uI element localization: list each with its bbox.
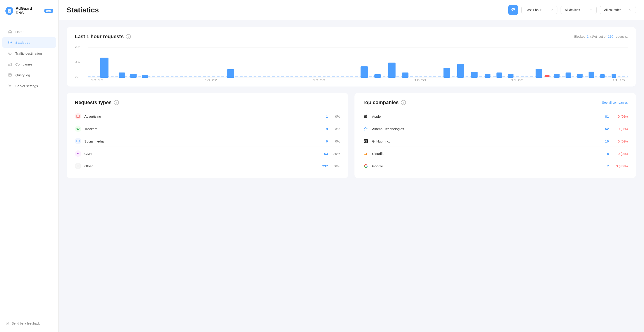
bar xyxy=(130,74,137,78)
bar xyxy=(402,73,408,78)
bar xyxy=(100,58,108,78)
refresh-button[interactable] xyxy=(508,5,518,15)
cloudflare-count: 8 xyxy=(600,152,609,156)
sidebar-item-companies[interactable]: Companies xyxy=(2,59,56,69)
sidebar-item-home[interactable]: Home xyxy=(2,27,56,37)
google-logo xyxy=(362,163,369,169)
advertising-pct: 0% xyxy=(331,114,340,118)
time-filter-value: Last 1 hour xyxy=(526,8,542,12)
bar-blocked xyxy=(545,75,549,77)
svg-point-26 xyxy=(78,153,79,154)
bar xyxy=(118,73,125,78)
svg-point-23 xyxy=(77,128,78,129)
chart-header: Last 1 hour requests ? Blocked 3 (1%) ou… xyxy=(75,34,628,40)
akamai-count: 52 xyxy=(600,127,609,131)
bar xyxy=(577,74,583,78)
google-blocked: 3 (43%) xyxy=(612,164,628,168)
home-icon xyxy=(8,29,12,34)
akamai-name: Akamai Technologies xyxy=(372,127,597,131)
svg-text:10:27: 10:27 xyxy=(204,79,217,81)
github-blocked: 0 (0%) xyxy=(612,139,628,143)
sidebar-item-traffic[interactable]: Traffic destination xyxy=(2,48,56,59)
cloudflare-name: Cloudflare xyxy=(372,152,597,156)
sidebar-item-settings-label: Server settings xyxy=(15,84,38,88)
request-types-title: Requests types ? xyxy=(75,100,340,105)
bar xyxy=(554,74,560,78)
traffic-icon xyxy=(8,51,12,56)
svg-rect-5 xyxy=(8,74,12,76)
cloudflare-logo xyxy=(362,150,369,157)
trackers-pct: 3% xyxy=(331,127,340,131)
svg-text:10:51: 10:51 xyxy=(414,79,427,81)
bar xyxy=(388,63,396,78)
device-filter-value: All devices xyxy=(565,8,580,12)
github-name: GitHub, Inc. xyxy=(372,139,597,143)
request-types-list: Advertising 1 0% Tracker xyxy=(75,111,340,172)
request-types-help-icon[interactable]: ? xyxy=(114,100,119,105)
send-feedback-item[interactable]: Send beta feedback xyxy=(6,319,53,327)
top-companies-header: Top companies ? See all companies xyxy=(362,100,628,105)
github-logo xyxy=(362,138,369,144)
chart-icon xyxy=(8,40,12,45)
chart-area: 60 30 0 xyxy=(75,45,628,81)
see-all-companies-link[interactable]: See all companies xyxy=(602,101,628,104)
svg-point-8 xyxy=(7,323,8,324)
bar xyxy=(457,64,464,78)
cdn-count: 63 xyxy=(319,152,328,156)
company-item-github: GitHub, Inc. 10 0 (0%) xyxy=(362,136,628,147)
svg-text:30: 30 xyxy=(75,60,80,63)
companies-icon xyxy=(8,62,12,66)
req-item-other: Other 237 76% xyxy=(75,160,340,172)
beta-badge: Beta xyxy=(44,9,53,13)
svg-point-6 xyxy=(10,85,10,86)
bar xyxy=(142,75,148,78)
svg-point-25 xyxy=(77,153,78,154)
apple-blocked: 0 (0%) xyxy=(612,114,628,118)
bar xyxy=(227,69,234,78)
req-item-cdn: CDN 63 20% xyxy=(75,148,340,159)
svg-text:10:15: 10:15 xyxy=(91,79,103,81)
content-area: Last 1 hour requests ? Blocked 3 (1%) ou… xyxy=(59,20,644,185)
svg-text:60: 60 xyxy=(75,46,80,49)
req-item-social: Social media 0 0% xyxy=(75,136,340,147)
other-label: Other xyxy=(84,164,316,168)
social-pct: 0% xyxy=(331,139,340,143)
cdn-icon xyxy=(75,150,81,157)
sidebar-item-settings[interactable]: Server settings xyxy=(2,81,56,91)
other-pct: 76% xyxy=(331,164,340,168)
chart-card: Last 1 hour requests ? Blocked 3 (1%) ou… xyxy=(67,27,636,86)
chart-help-icon[interactable]: ? xyxy=(126,34,131,39)
sidebar-item-statistics[interactable]: Statistics xyxy=(2,37,56,48)
chart-stat: Blocked 3 (1%) out of 310 requests. xyxy=(574,35,628,38)
svg-point-32 xyxy=(364,154,366,155)
chart-title: Last 1 hour requests ? xyxy=(75,34,131,40)
device-filter-dropdown[interactable]: All devices xyxy=(560,6,597,14)
time-filter-dropdown[interactable]: Last 1 hour xyxy=(521,6,558,14)
chevron-down-icon xyxy=(590,9,592,11)
advertising-icon xyxy=(75,113,81,119)
cloudflare-blocked: 0 (0%) xyxy=(612,152,628,156)
company-item-cloudflare: Cloudflare 8 0 (0%) xyxy=(362,148,628,159)
bar xyxy=(508,74,514,78)
main-content: Statistics Last 1 hour All devices All c… xyxy=(59,0,644,332)
sidebar-item-querylog[interactable]: Query log xyxy=(2,70,56,80)
company-item-apple: Apple 81 0 (0%) xyxy=(362,111,628,122)
trackers-icon xyxy=(75,126,81,132)
sidebar-item-querylog-label: Query log xyxy=(15,73,30,77)
blocked-count-link[interactable]: 3 xyxy=(587,35,589,38)
request-types-card: Requests types ? Advertising 1 xyxy=(67,93,348,178)
country-filter-dropdown[interactable]: All countries xyxy=(600,6,636,14)
github-count: 10 xyxy=(600,139,609,143)
bar xyxy=(485,74,491,78)
svg-text:10:39: 10:39 xyxy=(313,79,326,81)
sidebar-item-traffic-label: Traffic destination xyxy=(15,52,42,55)
companies-help-icon[interactable]: ? xyxy=(401,100,406,105)
svg-point-22 xyxy=(77,128,79,130)
refresh-icon xyxy=(511,8,516,12)
social-count: 0 xyxy=(319,139,328,143)
trackers-count: 9 xyxy=(319,127,328,131)
chevron-down-icon xyxy=(629,9,632,11)
google-count: 7 xyxy=(600,164,609,168)
total-count-link[interactable]: 310 xyxy=(608,35,613,38)
sidebar: AdGuard DNS Beta Home Statistics xyxy=(0,0,59,332)
